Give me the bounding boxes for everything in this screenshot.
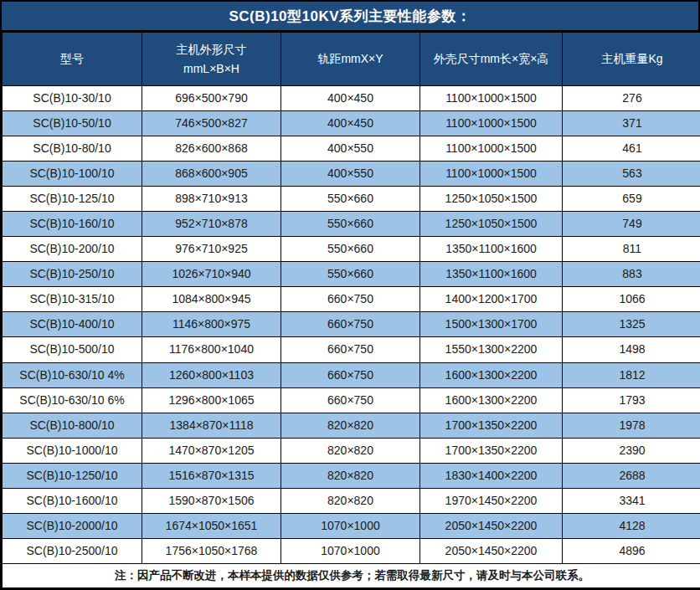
column-header-enclosure-dimensions: 外壳尺寸mm长×宽×高	[420, 33, 563, 86]
cell-weight: 1812	[563, 362, 700, 387]
cell-host-dimensions: 1470×870×1205	[142, 438, 281, 463]
table-row: SC(B)10-1250/10 1516×870×1315 820×820 18…	[3, 463, 700, 488]
table-row: SC(B)10-400/10 1146×800×975 660×750 1500…	[3, 312, 700, 337]
cell-weight: 4896	[563, 538, 700, 563]
cell-host-dimensions: 1590×870×1506	[142, 488, 281, 513]
cell-model: SC(B)10-30/10	[3, 86, 142, 111]
spec-sheet: SC(B)10型10KV系列主要性能参数： 型号 主机外形尺寸 mmL×B×H …	[0, 0, 700, 590]
table-row: SC(B)10-315/10 1084×800×945 660×750 1400…	[3, 287, 700, 312]
column-header-rail-gauge: 轨距mmX×Y	[281, 33, 420, 86]
cell-weight: 811	[563, 237, 700, 262]
cell-enclosure-dimensions: 1830×1400×2200	[420, 463, 563, 488]
table-row: SC(B)10-250/10 1026×710×940 550×660 1350…	[3, 262, 700, 287]
table-row: SC(B)10-1000/10 1470×870×1205 820×820 17…	[3, 438, 700, 463]
cell-weight: 1793	[563, 387, 700, 413]
cell-rail-gauge: 1070×1000	[281, 513, 420, 538]
cell-host-dimensions: 696×500×790	[142, 86, 281, 111]
cell-host-dimensions: 1026×710×940	[142, 262, 281, 287]
table-header: 型号 主机外形尺寸 mmL×B×H 轨距mmX×Y 外壳尺寸mm长×宽×高 主机…	[3, 33, 700, 86]
cell-rail-gauge: 400×550	[281, 136, 420, 162]
cell-host-dimensions: 1296×800×1065	[142, 387, 281, 413]
cell-weight: 659	[563, 187, 700, 212]
cell-weight: 276	[563, 86, 700, 111]
cell-enclosure-dimensions: 1550×1300×2200	[420, 337, 563, 362]
table-row: SC(B)10-125/10 898×710×913 550×660 1250×…	[3, 187, 700, 212]
cell-model: SC(B)10-1600/10	[3, 488, 142, 513]
cell-rail-gauge: 400×450	[281, 86, 420, 111]
cell-weight: 461	[563, 136, 700, 162]
table-row: SC(B)10-800/10 1384×870×1118 820×820 170…	[3, 413, 700, 438]
cell-enclosure-dimensions: 2050×1450×2200	[420, 538, 563, 563]
cell-enclosure-dimensions: 1600×1300×2200	[420, 362, 563, 387]
cell-model: SC(B)10-315/10	[3, 287, 142, 312]
cell-rail-gauge: 660×750	[281, 387, 420, 413]
cell-enclosure-dimensions: 1100×1000×1500	[420, 136, 563, 162]
cell-enclosure-dimensions: 2050×1450×2200	[420, 513, 563, 538]
cell-host-dimensions: 976×710×925	[142, 237, 281, 262]
table-row: SC(B)10-30/10 696×500×790 400×450 1100×1…	[3, 86, 700, 111]
cell-host-dimensions: 1084×800×945	[142, 287, 281, 312]
cell-host-dimensions: 826×600×868	[142, 136, 281, 162]
table-row: SC(B)10-200/10 976×710×925 550×660 1350×…	[3, 237, 700, 262]
cell-host-dimensions: 1674×1050×1651	[142, 513, 281, 538]
cell-enclosure-dimensions: 1250×1050×1500	[420, 187, 563, 212]
table-body: SC(B)10-30/10 696×500×790 400×450 1100×1…	[3, 86, 700, 564]
cell-weight: 1325	[563, 312, 700, 337]
cell-model: SC(B)10-2000/10	[3, 513, 142, 538]
cell-enclosure-dimensions: 1350×1100×1600	[420, 262, 563, 287]
cell-model: SC(B)10-500/10	[3, 337, 142, 362]
table-footer: 注：因产品不断改进，本样本提供的数据仅供参考；若需取得最新尺寸，请及时与本公司联…	[3, 564, 700, 588]
column-header-model: 型号	[3, 33, 142, 86]
cell-host-dimensions: 1516×870×1315	[142, 463, 281, 488]
cell-model: SC(B)10-100/10	[3, 162, 142, 187]
cell-host-dimensions: 1756×1050×1768	[142, 538, 281, 563]
cell-model: SC(B)10-1250/10	[3, 463, 142, 488]
cell-host-dimensions: 746×500×827	[142, 111, 281, 136]
cell-model: SC(B)10-630/10 6%	[3, 387, 142, 413]
cell-host-dimensions: 952×710×878	[142, 212, 281, 237]
table-row: SC(B)10-100/10 868×600×905 400×550 1100×…	[3, 162, 700, 187]
table-row: SC(B)10-2000/10 1674×1050×1651 1070×1000…	[3, 513, 700, 538]
cell-weight: 1978	[563, 413, 700, 438]
cell-rail-gauge: 820×820	[281, 488, 420, 513]
table-row: SC(B)10-80/10 826×600×868 400×550 1100×1…	[3, 136, 700, 162]
cell-weight: 2688	[563, 463, 700, 488]
cell-weight: 371	[563, 111, 700, 136]
cell-host-dimensions: 1176×800×1040	[142, 337, 281, 362]
spec-table: 型号 主机外形尺寸 mmL×B×H 轨距mmX×Y 外壳尺寸mm长×宽×高 主机…	[2, 32, 700, 588]
table-row: SC(B)10-160/10 952×710×878 550×660 1250×…	[3, 212, 700, 237]
cell-weight: 563	[563, 162, 700, 187]
cell-weight: 1498	[563, 337, 700, 362]
column-header-host-dimensions: 主机外形尺寸 mmL×B×H	[142, 33, 281, 86]
cell-model: SC(B)10-200/10	[3, 237, 142, 262]
cell-enclosure-dimensions: 1100×1000×1500	[420, 111, 563, 136]
cell-rail-gauge: 820×820	[281, 438, 420, 463]
cell-host-dimensions: 1146×800×975	[142, 312, 281, 337]
cell-model: SC(B)10-800/10	[3, 413, 142, 438]
cell-rail-gauge: 660×750	[281, 312, 420, 337]
cell-rail-gauge: 660×750	[281, 287, 420, 312]
cell-rail-gauge: 1070×1000	[281, 538, 420, 563]
cell-enclosure-dimensions: 1700×1350×2200	[420, 438, 563, 463]
table-note: 注：因产品不断改进，本样本提供的数据仅供参考；若需取得最新尺寸，请及时与本公司联…	[3, 564, 700, 588]
table-row: SC(B)10-630/10 4% 1260×800×1103 660×750 …	[3, 362, 700, 387]
cell-enclosure-dimensions: 1350×1100×1600	[420, 237, 563, 262]
cell-rail-gauge: 550×660	[281, 237, 420, 262]
cell-rail-gauge: 820×820	[281, 413, 420, 438]
cell-rail-gauge: 400×550	[281, 162, 420, 187]
cell-rail-gauge: 550×660	[281, 187, 420, 212]
table-row: SC(B)10-500/10 1176×800×1040 660×750 155…	[3, 337, 700, 362]
cell-rail-gauge: 550×660	[281, 262, 420, 287]
column-header-weight: 主机重量Kg	[563, 33, 700, 86]
cell-host-dimensions: 1260×800×1103	[142, 362, 281, 387]
cell-model: SC(B)10-400/10	[3, 312, 142, 337]
cell-enclosure-dimensions: 1600×1300×2200	[420, 387, 563, 413]
cell-host-dimensions: 868×600×905	[142, 162, 281, 187]
cell-enclosure-dimensions: 1100×1000×1500	[420, 162, 563, 187]
note-row: 注：因产品不断改进，本样本提供的数据仅供参考；若需取得最新尺寸，请及时与本公司联…	[3, 564, 700, 588]
cell-model: SC(B)10-160/10	[3, 212, 142, 237]
cell-model: SC(B)10-630/10 4%	[3, 362, 142, 387]
cell-rail-gauge: 550×660	[281, 212, 420, 237]
cell-rail-gauge: 660×750	[281, 337, 420, 362]
table-row: SC(B)10-630/10 6% 1296×800×1065 660×750 …	[3, 387, 700, 413]
